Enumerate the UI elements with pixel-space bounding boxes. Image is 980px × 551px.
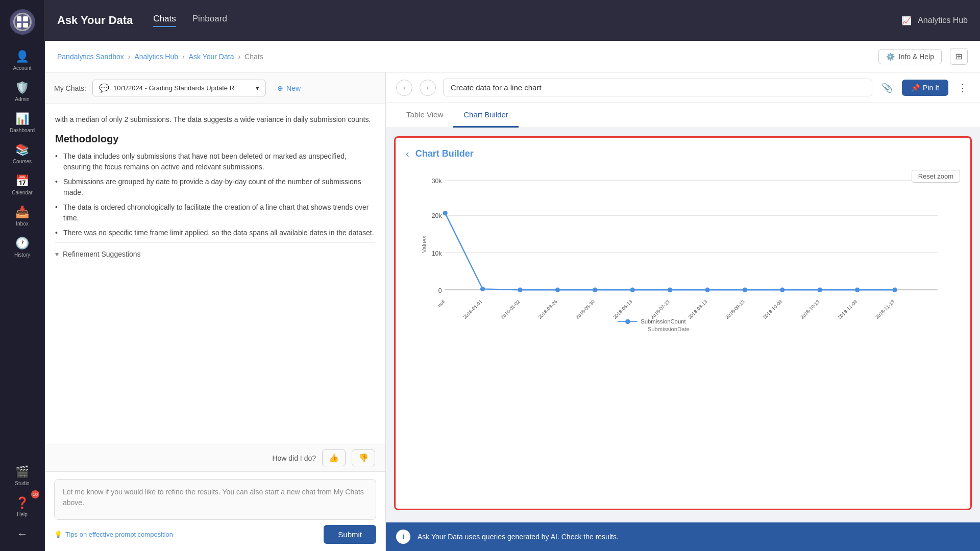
chart-box: ‹ Chart Builder Reset zoom 30k 20k 10k 0 — [394, 136, 972, 510]
svg-point-21 — [855, 288, 860, 292]
analytics-hub-icon: 📈 — [901, 16, 912, 26]
sidebar-item-inbox[interactable]: 📥 Inbox — [0, 201, 44, 232]
chat-bottom-row: 💡 Tips on effective prompt composition S… — [54, 525, 376, 544]
pin-it-button[interactable]: 📌 Pin It — [902, 80, 948, 96]
refinement-label: Refinement Suggestions — [63, 250, 141, 258]
chat-header: My Chats: 💬 10/1/2024 - Grading Standard… — [45, 72, 385, 104]
breadcrumb-pandalytics[interactable]: Pandalytics Sandbox — [57, 53, 124, 61]
attachment-button[interactable]: 📎 — [879, 80, 895, 95]
sidebar-item-help[interactable]: ❓ Help 10 — [0, 491, 44, 522]
thumbs-down-button[interactable]: 👎 — [352, 449, 375, 466]
my-chats-label: My Chats: — [54, 84, 86, 92]
feedback-label: How did I do? — [272, 454, 316, 462]
chart-header: ‹ Chart Builder — [406, 148, 960, 160]
svg-text:2018-09-13: 2018-09-13 — [724, 298, 746, 320]
tips-link[interactable]: 💡 Tips on effective prompt composition — [54, 531, 173, 538]
svg-point-16 — [668, 288, 672, 292]
pin-icon: 📌 — [911, 84, 920, 92]
back-arrow-button[interactable]: ‹ — [396, 80, 412, 96]
svg-text:0: 0 — [438, 287, 442, 294]
page-title: Ask Your Data — [57, 14, 133, 27]
collapse-icon: ← — [17, 528, 28, 541]
chat-intro: with a median of only 2 submissions. The… — [55, 114, 375, 125]
svg-text:2016-01-02: 2016-01-02 — [500, 298, 521, 320]
new-chat-icon: ⊕ — [277, 84, 283, 92]
chat-input-box[interactable]: Let me know if you would like to refine … — [54, 479, 376, 520]
svg-point-17 — [705, 288, 709, 292]
chart-svg: 30k 20k 10k 0 Values — [406, 170, 960, 333]
chart-title: Chart Builder — [415, 148, 474, 159]
more-options-button[interactable]: ⋮ — [955, 80, 970, 96]
analytics-hub-link[interactable]: 📈 Analytics Hub — [901, 16, 968, 26]
help-badge: 10 — [31, 490, 39, 498]
tab-table-view[interactable]: Table View — [396, 103, 453, 128]
tab-chart-builder[interactable]: Chart Builder — [453, 103, 519, 128]
tab-chats[interactable]: Chats — [153, 14, 176, 27]
breadcrumb-sep-3: › — [238, 53, 240, 61]
info-message: Ask Your Data uses queries generated by … — [418, 533, 619, 541]
breadcrumb-bar: Pandalytics Sandbox › Analytics Hub › As… — [45, 41, 980, 72]
breadcrumb-analytics-hub[interactable]: Analytics Hub — [134, 53, 178, 61]
chart-back-button[interactable]: ‹ — [406, 148, 409, 160]
svg-point-19 — [780, 288, 785, 292]
feedback-row: How did I do? 👍 👎 — [45, 444, 385, 471]
history-icon: 🕐 — [15, 237, 29, 250]
svg-text:2018-10-09: 2018-10-09 — [762, 298, 783, 320]
sidebar-item-history[interactable]: 🕐 History — [0, 232, 44, 263]
sidebar-item-calendar[interactable]: 📅 Calendar — [0, 169, 44, 201]
svg-text:2018-11-13: 2018-11-13 — [874, 298, 896, 320]
svg-text:2018-06-13: 2018-06-13 — [612, 298, 633, 320]
svg-text:2018-10-13: 2018-10-13 — [799, 298, 821, 320]
svg-text:2018-05-30: 2018-05-30 — [574, 298, 596, 320]
reset-zoom-button[interactable]: Reset zoom — [912, 170, 960, 183]
svg-text:30k: 30k — [432, 178, 443, 185]
svg-text:2018-07-13: 2018-07-13 — [649, 298, 671, 320]
svg-text:2016-01-01: 2016-01-01 — [462, 298, 483, 320]
admin-icon: 🛡️ — [15, 81, 29, 94]
list-item: The data is ordered chronologically to f… — [55, 202, 375, 223]
sidebar-item-studio[interactable]: 🎬 Studio — [0, 460, 44, 491]
dashboard-icon: 📊 — [15, 112, 29, 126]
sidebar-item-courses[interactable]: 📚 Courses — [0, 138, 44, 169]
breadcrumb-sep-2: › — [182, 53, 185, 61]
app-logo[interactable] — [10, 9, 35, 35]
svg-point-20 — [818, 288, 822, 292]
breadcrumb-sep-1: › — [128, 53, 131, 61]
svg-point-14 — [593, 288, 597, 292]
submit-button[interactable]: Submit — [324, 525, 376, 544]
list-item: The data includes only submissions that … — [55, 151, 375, 172]
topnav-tabs: Chats Pinboard — [153, 14, 227, 27]
tab-pinboard[interactable]: Pinboard — [192, 14, 227, 27]
chat-selector[interactable]: 💬 10/1/2024 - Grading Standards Update R… — [92, 80, 266, 96]
view-tabs: Table View Chart Builder — [386, 103, 980, 128]
chat-panel: My Chats: 💬 10/1/2024 - Grading Standard… — [45, 72, 386, 551]
sidebar-collapse-button[interactable]: ← — [0, 522, 44, 546]
chevron-down-icon: ▾ — [55, 250, 59, 258]
svg-text:20k: 20k — [432, 212, 443, 219]
refinement-suggestions-toggle[interactable]: ▾ Refinement Suggestions — [55, 242, 375, 265]
new-chat-button[interactable]: ⊕ New — [272, 81, 306, 95]
courses-icon: 📚 — [15, 143, 29, 157]
methodology-list: The data includes only submissions that … — [55, 151, 375, 238]
sidebar-item-dashboard[interactable]: 📊 Dashboard — [0, 107, 44, 138]
lightbulb-icon: 💡 — [54, 531, 62, 538]
query-input[interactable] — [443, 79, 872, 96]
info-icon: i — [396, 530, 410, 544]
info-help-button[interactable]: ⚙️ Info & Help — [878, 49, 942, 64]
breadcrumb-actions: ⚙️ Info & Help ⊞ — [878, 48, 968, 65]
svg-text:2018-08-13: 2018-08-13 — [687, 298, 708, 320]
thumbs-up-button[interactable]: 👍 — [322, 449, 346, 466]
breadcrumb-ask-your-data[interactable]: Ask Your Data — [189, 53, 234, 61]
analytics-hub-label: Analytics Hub — [918, 16, 968, 25]
svg-text:null: null — [436, 298, 446, 308]
embed-button[interactable]: ⊞ — [950, 48, 968, 65]
forward-arrow-button[interactable]: › — [420, 80, 436, 96]
content-area: My Chats: 💬 10/1/2024 - Grading Standard… — [45, 72, 980, 551]
svg-text:SubmissionCount: SubmissionCount — [641, 318, 686, 324]
sidebar: 👤 Account 🛡️ Admin 📊 Dashboard 📚 Courses… — [0, 0, 45, 551]
sidebar-item-admin[interactable]: 🛡️ Admin — [0, 76, 44, 107]
sidebar-item-account[interactable]: 👤 Account — [0, 45, 44, 76]
gear-icon: ⚙️ — [886, 53, 895, 61]
info-bar: i Ask Your Data uses queries generated b… — [386, 522, 980, 551]
inbox-icon: 📥 — [15, 206, 29, 219]
